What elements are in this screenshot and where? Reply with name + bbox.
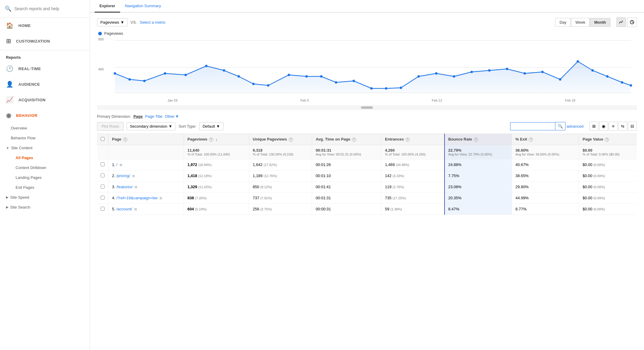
totals-bounce-sub: Avg for View: 22.79% (0.00%) — [448, 153, 508, 156]
svg-point-25 — [418, 75, 420, 78]
data-view-button[interactable]: ⊞ — [589, 122, 598, 131]
sidebar-item-customization[interactable]: ⊞ CUSTOMIZATION — [0, 33, 90, 49]
page-title-dimension-link[interactable]: Page Title — [145, 114, 163, 119]
other-dimension-dropdown[interactable]: Other ▼ — [165, 114, 179, 119]
scrollbar-thumb[interactable] — [361, 106, 373, 109]
page-info-icon[interactable]: ? — [123, 138, 127, 142]
divider — [0, 50, 90, 50]
row1-copy-icon[interactable]: ⧉ — [120, 163, 122, 167]
row1-unique: 1,642 (17.62%) — [249, 159, 312, 171]
other-dimension-label: Other — [165, 114, 175, 119]
sidebar-item-acquisition[interactable]: 📈 ACQUISITION — [0, 92, 90, 108]
day-button[interactable]: Day — [555, 18, 571, 27]
avg-time-info-icon[interactable]: ? — [352, 138, 356, 142]
plot-rows-button[interactable]: Plot Rows — [97, 122, 124, 131]
row5-checkbox[interactable] — [101, 207, 105, 211]
sidebar-item-content-drilldown[interactable]: Content Drilldown — [0, 163, 90, 173]
sidebar-item-home[interactable]: 🏠 HOME — [0, 18, 90, 33]
svg-point-17 — [288, 74, 290, 76]
secondary-dimension-dropdown[interactable]: Secondary dimension ▼ — [127, 122, 176, 130]
select-all-checkbox[interactable] — [101, 137, 105, 141]
bar-view-button[interactable]: ≡ — [609, 122, 618, 131]
metric-dropdown[interactable]: Pageviews ▼ — [97, 18, 128, 26]
tab-explorer[interactable]: Explorer — [95, 0, 120, 13]
advanced-link[interactable]: advanced — [567, 124, 583, 129]
totals-pageviews-cell: 11,640 % of Total: 100.00% (11,640) — [184, 145, 249, 159]
x-axis-labels: Jan 29 Feb 5 Feb 12 Feb 19 — [97, 97, 637, 105]
sidebar-item-audience[interactable]: 👤 AUDIENCE — [0, 76, 90, 92]
row5-copy-icon[interactable]: ⧉ — [134, 207, 137, 211]
compare-view-button[interactable]: ⇆ — [618, 122, 627, 131]
entrances-info-icon[interactable]: ? — [406, 138, 410, 142]
sidebar-item-site-search[interactable]: ▶ Site Search — [0, 202, 90, 212]
behavior-icon: ◉ — [6, 112, 11, 119]
pie-view-button[interactable]: ◉ — [599, 122, 608, 131]
pct-exit-info-icon[interactable]: ? — [529, 138, 533, 142]
svg-point-7 — [114, 72, 116, 75]
sidebar-item-behavior[interactable]: ◉ BEHAVIOR — [0, 108, 90, 123]
sidebar-item-behavior-flow[interactable]: Behavior Flow — [0, 133, 90, 143]
sidebar: 🔍 🏠 HOME ⊞ CUSTOMIZATION Reports 🕐 REAL-… — [0, 0, 90, 350]
row4-copy-icon[interactable]: ⧉ — [160, 196, 162, 200]
pageviews-info-icon[interactable]: ? — [209, 138, 213, 142]
dimension-row: Primary Dimension: Page Page Title Other… — [90, 110, 644, 122]
svg-point-21 — [353, 80, 355, 82]
row2-num: 2. — [112, 174, 115, 178]
svg-point-8 — [129, 78, 131, 81]
sidebar-item-site-speed[interactable]: ▶ Site Speed — [0, 192, 90, 202]
page-value-info-icon[interactable]: ? — [605, 138, 609, 142]
table-search-input[interactable] — [510, 122, 555, 130]
totals-pagevalue-cell: $0.00 % of Total: 0.00% ($0.00) — [579, 145, 637, 159]
sidebar-item-all-pages[interactable]: All Pages — [0, 153, 90, 163]
bounce-rate-info-icon[interactable]: ? — [474, 138, 478, 142]
row2-checkbox[interactable] — [101, 174, 105, 177]
row2-page-link[interactable]: /pricing/ — [116, 174, 130, 178]
unique-pageviews-column-header: Unique Pageviews ? — [249, 134, 312, 145]
row5-page-link[interactable]: /account/ — [116, 207, 132, 211]
totals-row: 11,640 % of Total: 100.00% (11,640) 9,31… — [97, 145, 637, 159]
row1-avg-time: 00:01:26 — [312, 159, 381, 171]
unique-info-icon[interactable]: ? — [289, 138, 293, 142]
row4-checkbox[interactable] — [101, 196, 105, 200]
chart-scrollbar[interactable] — [97, 105, 637, 110]
row2-avg-time: 00:01:10 — [312, 171, 381, 182]
pie-chart-button[interactable] — [627, 17, 637, 27]
row3-copy-icon[interactable]: ⧉ — [135, 185, 137, 189]
search-icon: 🔍 — [5, 5, 11, 12]
svg-point-12 — [205, 65, 208, 67]
row2-copy-icon[interactable]: ⧉ — [132, 174, 135, 178]
pageviews-column-header: Pageviews ? ↓ — [184, 134, 249, 145]
sort-dropdown[interactable]: Default ▼ — [199, 122, 223, 130]
select-metric-link[interactable]: Select a metric — [140, 20, 166, 25]
row1-page-link[interactable]: / — [116, 162, 117, 167]
vs-label: VS. — [131, 20, 137, 25]
row1-pct-exit: 40.67% — [512, 159, 579, 171]
week-button[interactable]: Week — [571, 18, 590, 27]
row3-page-link[interactable]: /features/ — [116, 185, 132, 189]
table-search-button[interactable]: 🔍 — [555, 122, 566, 130]
row4-page-link[interactable]: /?ref=19&campaign=bw — [116, 196, 157, 200]
pivot-view-button[interactable]: ⊟ — [628, 122, 637, 131]
row3-checkbox[interactable] — [101, 185, 105, 188]
line-chart-button[interactable] — [616, 17, 626, 27]
row2-unique: 1,189 (12.76%) — [249, 171, 312, 182]
audience-icon: 👤 — [6, 81, 14, 88]
svg-point-16 — [267, 84, 270, 87]
sidebar-item-realtime[interactable]: 🕐 REAL-TIME — [0, 61, 90, 76]
sidebar-item-landing-pages[interactable]: Landing Pages — [0, 173, 90, 182]
sidebar-item-exit-pages[interactable]: Exit Pages — [0, 182, 90, 192]
sidebar-item-overview[interactable]: Overview — [0, 123, 90, 133]
search-bar[interactable]: 🔍 — [0, 0, 90, 18]
page-column-header: Page ? — [108, 134, 184, 145]
time-buttons-group: Day Week Month — [555, 18, 610, 27]
sidebar-item-site-content[interactable]: ▼ Site Content — [0, 143, 90, 153]
svg-point-36 — [606, 75, 609, 78]
page-dimension-link[interactable]: Page — [133, 114, 143, 119]
svg-point-15 — [252, 83, 255, 85]
row1-checkbox[interactable] — [101, 162, 105, 166]
tab-navigation-summary[interactable]: Navigation Summary — [120, 0, 166, 12]
search-input[interactable] — [14, 6, 85, 11]
month-button[interactable]: Month — [590, 18, 610, 27]
dropdown-arrow-icon: ▼ — [120, 20, 124, 25]
row5-entrances: 59 (1.38%) — [381, 204, 445, 215]
